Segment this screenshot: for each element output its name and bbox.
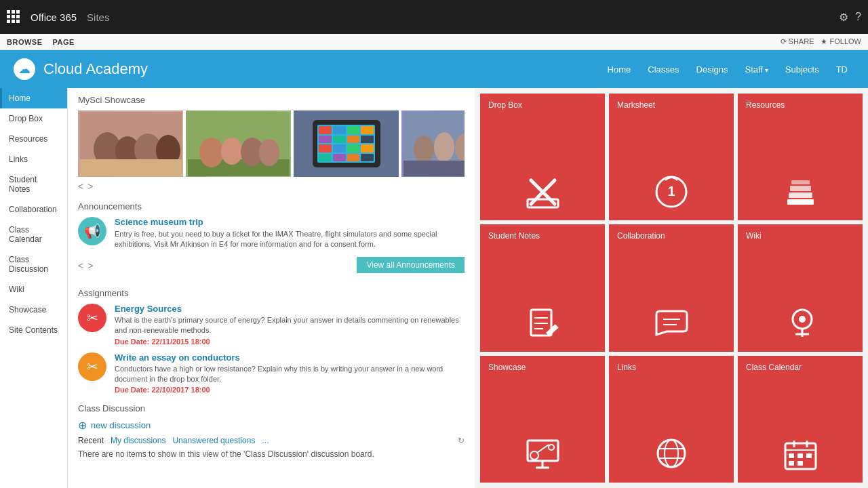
announcements-title: Announcements xyxy=(78,201,465,211)
svg-rect-5 xyxy=(80,159,182,176)
sidebar-item-resources[interactable]: Resources xyxy=(0,129,67,149)
sidebar-item-links[interactable]: Links xyxy=(0,149,67,169)
follow-btn[interactable]: ★ FOLLOW xyxy=(821,37,861,46)
ann-next[interactable]: > xyxy=(87,260,93,271)
tile-dropbox[interactable]: Drop Box xyxy=(480,94,605,220)
tile-collaboration-label: Collaboration xyxy=(617,231,665,241)
sites-link[interactable]: Sites xyxy=(87,12,109,23)
tile-dropbox-label: Drop Box xyxy=(488,100,522,110)
tiles-grid: Drop Box Marksheet 1 Resources xyxy=(475,88,868,488)
carousel-next[interactable]: > xyxy=(87,181,93,192)
announcement-text: Entry is free, but you need to buy a tic… xyxy=(115,229,465,250)
tab-recent[interactable]: Recent xyxy=(78,436,104,445)
sidebar-item-showcase[interactable]: Showcase xyxy=(0,300,67,320)
tab-more[interactable]: ... xyxy=(262,436,269,445)
svg-rect-64 xyxy=(789,461,794,466)
announcements-section: Announcements 📢 Science museum trip Entr… xyxy=(78,201,465,279)
main-layout: Home Drop Box Resources Links Student No… xyxy=(0,88,868,488)
tile-resources-icon xyxy=(780,171,821,212)
sidebar-item-dropbox[interactable]: Drop Box xyxy=(0,108,67,129)
megaphone-icon: 📢 xyxy=(84,223,101,239)
svg-rect-33 xyxy=(789,192,812,198)
svg-rect-34 xyxy=(790,186,811,191)
svg-point-8 xyxy=(199,138,224,167)
svg-rect-35 xyxy=(791,180,810,184)
sidebar-item-site-contents[interactable]: Site Contents xyxy=(0,320,67,340)
sidebar-item-class-calendar[interactable]: Class Calendar xyxy=(0,220,67,249)
carousel-img-3 xyxy=(294,110,399,177)
svg-rect-32 xyxy=(787,199,814,205)
svg-rect-62 xyxy=(797,453,803,458)
office365-title[interactable]: Office 365 xyxy=(31,12,77,23)
assignment-icon-1: ✂ xyxy=(78,304,106,332)
site-header: ☁ Cloud Academy Home Classes Designs Sta… xyxy=(0,50,868,88)
tab-unanswered[interactable]: Unanswered questions xyxy=(172,436,255,445)
sidebar-item-student-notes[interactable]: Student Notes xyxy=(0,169,67,199)
discussion-section: Class Discussion ⊕ new discussion Recent… xyxy=(78,403,465,459)
tile-links-icon xyxy=(651,434,692,474)
tile-class-calendar-icon xyxy=(780,434,821,474)
assignments-section: Assignments ✂ Energy Sources What is the… xyxy=(78,288,465,394)
tile-student-notes-icon xyxy=(522,303,563,344)
nav-classes[interactable]: Classes xyxy=(641,60,686,79)
carousel-img-4 xyxy=(401,110,465,177)
help-icon[interactable]: ? xyxy=(855,11,861,23)
sidebar-item-class-discussion[interactable]: Class Discussion xyxy=(0,249,67,279)
carousel-prev[interactable]: < xyxy=(78,181,83,192)
browse-btn[interactable]: BROWSE xyxy=(7,38,43,46)
announcement-title[interactable]: Science museum trip xyxy=(115,217,465,227)
assignment-body-2: Write an essay on conductors Conductors … xyxy=(115,352,465,394)
nav-home[interactable]: Home xyxy=(601,60,638,79)
ribbon-right: ⟳ SHARE ★ FOLLOW xyxy=(781,37,861,46)
apps-grid-icon[interactable] xyxy=(7,10,20,24)
assignment-icon-2: ✂ xyxy=(78,352,106,381)
svg-rect-17 xyxy=(403,161,465,176)
ribbon: BROWSE PAGE ⟳ SHARE ★ FOLLOW xyxy=(0,34,868,50)
carousel-img-2 xyxy=(186,110,291,177)
new-discussion-btn[interactable]: ⊕ new discussion xyxy=(78,419,465,432)
page-btn[interactable]: PAGE xyxy=(53,38,75,46)
assignments-title: Assignments xyxy=(78,288,465,298)
assignment-title-2[interactable]: Write an essay on conductors xyxy=(115,352,465,363)
showcase-section: MySci Showcase xyxy=(78,95,465,192)
settings-icon[interactable]: ⚙ xyxy=(839,11,848,24)
share-btn[interactable]: ⟳ SHARE xyxy=(781,37,814,46)
nav-designs[interactable]: Designs xyxy=(690,60,735,79)
tile-wiki-label: Wiki xyxy=(746,231,762,241)
tile-class-calendar[interactable]: Class Calendar xyxy=(738,356,863,483)
site-title: Cloud Academy xyxy=(43,60,148,78)
content-area: MySci Showcase xyxy=(68,88,475,488)
tile-links[interactable]: Links xyxy=(609,356,734,483)
sidebar-item-wiki[interactable]: Wiki xyxy=(0,279,67,300)
svg-point-44 xyxy=(799,316,806,323)
tile-marksheet-icon: 1 xyxy=(651,171,692,212)
ann-prev[interactable]: < xyxy=(78,260,83,271)
tile-collaboration[interactable]: Collaboration xyxy=(609,224,734,351)
tile-student-notes[interactable]: Student Notes xyxy=(480,224,605,351)
nav-staff[interactable]: Staff xyxy=(738,60,774,79)
new-discussion-label[interactable]: new discussion xyxy=(91,420,151,430)
tile-wiki-icon xyxy=(780,303,821,344)
showcase-title: MySci Showcase xyxy=(78,95,465,105)
tile-wiki[interactable]: Wiki xyxy=(738,224,863,351)
tile-marksheet-label: Marksheet xyxy=(617,100,655,110)
refresh-icon[interactable]: ↻ xyxy=(458,436,465,445)
tab-my-discussions[interactable]: My discussions xyxy=(111,436,165,445)
tile-marksheet[interactable]: Marksheet 1 xyxy=(609,94,734,220)
svg-point-11 xyxy=(259,139,279,166)
svg-rect-61 xyxy=(789,453,794,458)
tile-showcase[interactable]: Showcase xyxy=(480,356,605,483)
site-nav: Home Classes Designs Staff Subjects TD xyxy=(601,60,854,79)
view-all-announcements-btn[interactable]: View all Announcements xyxy=(357,257,465,273)
assignment-title-1[interactable]: Energy Sources xyxy=(115,304,465,314)
sidebar-item-home[interactable]: Home xyxy=(0,88,67,108)
due-date-1: Due Date: 22/11/2015 18:00 xyxy=(115,338,465,346)
sidebar-item-collaboration[interactable]: Collaboration xyxy=(0,199,67,220)
nav-subjects[interactable]: Subjects xyxy=(778,60,826,79)
svg-rect-65 xyxy=(797,461,803,466)
tile-resources[interactable]: Resources xyxy=(738,94,863,220)
tile-showcase-icon xyxy=(522,434,563,474)
discussion-title: Class Discussion xyxy=(78,403,465,413)
tile-dropbox-icon xyxy=(522,171,563,212)
nav-td[interactable]: TD xyxy=(829,60,854,79)
